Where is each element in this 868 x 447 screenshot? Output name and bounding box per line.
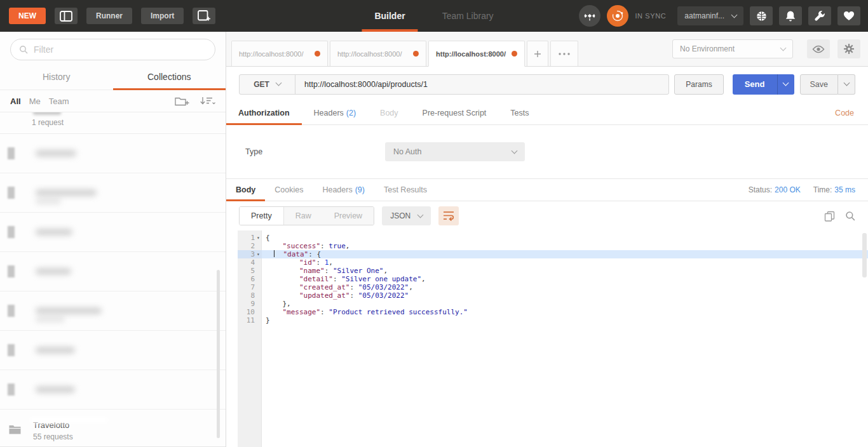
environment-settings-button[interactable]: [837, 39, 860, 58]
request-builder-row: GET Params Send Save: [226, 67, 868, 102]
collection-meta-blurred: [36, 317, 65, 322]
collection-item-blurred[interactable]: [0, 134, 226, 173]
view-mode-raw[interactable]: Raw: [284, 207, 323, 225]
send-options-button[interactable]: [777, 74, 794, 95]
environment-preview-button[interactable]: [807, 39, 830, 58]
format-value: JSON: [390, 211, 410, 220]
tab-body[interactable]: Body: [368, 102, 410, 124]
new-button[interactable]: NEW: [9, 8, 46, 24]
save-button[interactable]: Save: [800, 74, 839, 95]
fold-arrow-icon[interactable]: ▾: [255, 234, 262, 242]
code-line: 4 "id": 1,: [238, 258, 868, 267]
tab-pre-request-script[interactable]: Pre-request Script: [410, 102, 499, 124]
notifications-button[interactable]: [779, 6, 802, 25]
satellite-icon: [584, 10, 595, 22]
tab-collections[interactable]: Collections: [113, 67, 226, 90]
collection-item-blurred[interactable]: [0, 370, 226, 410]
environment-select[interactable]: No Environment: [672, 39, 793, 58]
sidebar-toggle-button[interactable]: [55, 8, 78, 24]
collection-item-blurred[interactable]: [0, 331, 226, 370]
scope-all[interactable]: All: [10, 97, 21, 106]
filter-input[interactable]: [34, 44, 207, 55]
new-window-button[interactable]: [193, 8, 215, 24]
view-mode-preview[interactable]: Preview: [323, 207, 374, 225]
code-line: 9 },: [238, 300, 868, 308]
tab-response-body[interactable]: Body: [226, 179, 265, 201]
topbar-right-controls: IN SYNC aatmaninf...: [579, 5, 860, 27]
sync-button[interactable]: [607, 5, 628, 27]
fold-arrow-icon[interactable]: ▾: [255, 250, 262, 258]
search-response-button[interactable]: [845, 211, 855, 221]
method-select[interactable]: GET: [240, 75, 295, 94]
import-button[interactable]: Import: [141, 8, 184, 24]
more-tabs-button[interactable]: [550, 41, 578, 66]
response-body-editor[interactable]: 1▾{2 "success": true,3▾ "data": {4 "id":…: [226, 230, 868, 447]
view-mode-pretty[interactable]: Pretty: [240, 207, 284, 225]
save-options-button[interactable]: [838, 74, 855, 95]
scope-me[interactable]: Me: [29, 97, 41, 106]
auth-type-select[interactable]: No Auth: [385, 142, 525, 161]
sidebar: History Collections All Me Team 1 reques…: [0, 32, 226, 447]
status-label: Status:: [749, 185, 772, 194]
new-tab-button[interactable]: [527, 41, 548, 66]
tab-history[interactable]: History: [0, 67, 113, 90]
code-line: 5 "name": "Silver One",: [238, 267, 868, 275]
runner-button[interactable]: Runner: [86, 8, 132, 24]
chevron-down-icon: [731, 11, 738, 18]
headers-count-badge: (2): [346, 109, 356, 117]
fold-spacer: [255, 308, 262, 316]
editor-scrollbar[interactable]: [862, 233, 867, 277]
folder-add-icon[interactable]: [175, 96, 189, 106]
collection-item-blurred[interactable]: [0, 213, 226, 252]
interceptor-button[interactable]: [579, 5, 600, 27]
sidebar-tabs: History Collections: [0, 67, 226, 90]
sidebar-scrollbar[interactable]: [217, 270, 220, 438]
collection-item-travelotto[interactable]: Travelotto 55 requests: [0, 415, 226, 447]
code-link[interactable]: Code: [835, 109, 854, 117]
tab-response-cookies[interactable]: Cookies: [265, 179, 313, 201]
fold-spacer: [255, 291, 262, 300]
sort-icon[interactable]: [200, 97, 215, 105]
tab-response-headers[interactable]: Headers (9): [313, 179, 374, 201]
params-button[interactable]: Params: [674, 74, 723, 95]
request-tab-3-active[interactable]: http://localhost:8000/: [428, 41, 525, 67]
folder-icon: [9, 425, 21, 434]
tab-team-library[interactable]: Team Library: [438, 0, 498, 32]
wrap-text-button[interactable]: [438, 206, 459, 225]
collection-name-blurred: [36, 268, 71, 275]
browse-button[interactable]: [750, 6, 773, 25]
code-line: 10 "message": "Product retrieved success…: [238, 308, 868, 316]
tab-tests[interactable]: Tests: [498, 102, 541, 124]
search-icon: [19, 45, 28, 54]
request-tab-1[interactable]: http://localhost:8000/: [231, 41, 328, 66]
favorites-button[interactable]: [837, 6, 860, 25]
collection-item-blurred[interactable]: [0, 173, 226, 213]
wrap-text-icon: [443, 211, 454, 221]
collection-item-partial[interactable]: 1 request: [0, 112, 226, 134]
url-input[interactable]: [295, 75, 668, 94]
collection-name-blurred: [36, 386, 75, 393]
response-format-select[interactable]: JSON: [382, 206, 431, 225]
chevron-down-icon: [780, 44, 787, 51]
fold-spacer: [255, 300, 262, 308]
collection-item-blurred[interactable]: [0, 291, 226, 331]
sync-icon: [611, 10, 624, 22]
unsaved-dot-icon: [315, 51, 320, 57]
tab-headers[interactable]: Headers (2): [302, 102, 369, 124]
collection-name-blurred: [36, 229, 72, 236]
request-tab-2[interactable]: http://localhost:8000/: [330, 41, 426, 66]
folder-icon: [8, 344, 15, 356]
account-menu[interactable]: aatmaninf...: [677, 6, 743, 25]
code-line: 2 "success": true,: [238, 242, 868, 250]
tab-authorization[interactable]: Authorization: [226, 102, 302, 124]
collection-item-blurred[interactable]: [0, 252, 226, 291]
scope-team[interactable]: Team: [49, 97, 69, 106]
tab-builder[interactable]: Builder: [370, 0, 409, 32]
time-value: 35 ms: [834, 185, 855, 194]
tab-test-results[interactable]: Test Results: [374, 179, 437, 201]
fold-spacer: [255, 267, 262, 275]
copy-response-button[interactable]: [824, 211, 835, 222]
settings-wrench-button[interactable]: [808, 6, 831, 25]
send-button[interactable]: Send: [733, 74, 777, 95]
method-value: GET: [254, 80, 269, 89]
